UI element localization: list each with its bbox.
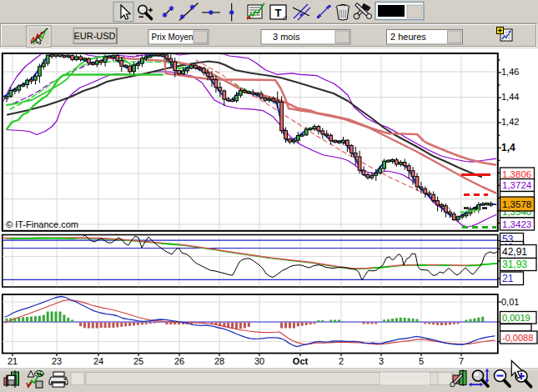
svg-text:23: 23 bbox=[52, 356, 62, 366]
svg-text:T: T bbox=[275, 7, 282, 19]
svg-text:Oct: Oct bbox=[293, 356, 309, 366]
svg-text:30: 30 bbox=[254, 356, 264, 366]
svg-text:3 mois: 3 mois bbox=[273, 32, 300, 42]
svg-text:21: 21 bbox=[502, 273, 514, 284]
svg-text:© IT-Finance.com: © IT-Finance.com bbox=[6, 219, 78, 229]
svg-text:2 heures: 2 heures bbox=[390, 32, 426, 42]
svg-text:-0,0088: -0,0088 bbox=[502, 333, 533, 343]
svg-text:1,3724: 1,3724 bbox=[502, 180, 532, 190]
svg-text:2: 2 bbox=[339, 356, 344, 366]
svg-text:24: 24 bbox=[93, 356, 103, 366]
svg-text:0,01: 0,01 bbox=[501, 297, 519, 307]
svg-text:7: 7 bbox=[459, 356, 464, 366]
svg-text:1,42: 1,42 bbox=[501, 117, 519, 127]
svg-text:1,3806: 1,3806 bbox=[502, 169, 531, 179]
svg-text:31,93: 31,93 bbox=[502, 259, 527, 270]
svg-text:Prix Moyen: Prix Moyen bbox=[152, 33, 194, 42]
svg-text:1,3578: 1,3578 bbox=[502, 199, 531, 209]
svg-text:1,44: 1,44 bbox=[501, 92, 519, 102]
svg-text:25: 25 bbox=[133, 356, 143, 366]
svg-text:28: 28 bbox=[214, 356, 224, 366]
svg-text:26: 26 bbox=[174, 356, 184, 366]
svg-text:0,0019: 0,0019 bbox=[502, 313, 530, 323]
svg-text:21: 21 bbox=[8, 356, 18, 366]
svg-text:1,46: 1,46 bbox=[501, 67, 519, 77]
svg-text:5: 5 bbox=[419, 356, 424, 366]
svg-text:42,91: 42,91 bbox=[502, 246, 527, 258]
svg-text:EUR-USD: EUR-USD bbox=[73, 31, 115, 41]
svg-text:1,3423: 1,3423 bbox=[502, 219, 531, 229]
svg-text:1,4: 1,4 bbox=[501, 142, 515, 153]
svg-text:3: 3 bbox=[379, 356, 384, 366]
